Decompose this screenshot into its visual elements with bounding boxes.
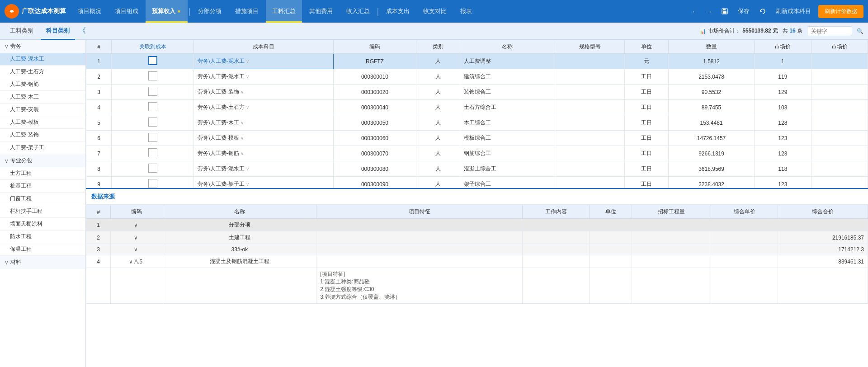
- nav-item-revenue-comparison[interactable]: 收支对比: [417, 0, 453, 23]
- link-checkbox[interactable]: [148, 179, 157, 188]
- table-row[interactable]: 5 劳务\人工费-木工 ∨ 000300050 人 木工综合工 工日 153.4…: [86, 115, 868, 131]
- nav-item-sections[interactable]: 分部分项: [192, 0, 228, 23]
- row4-expand-icon[interactable]: ∨ A.5: [129, 259, 142, 265]
- link-checkbox[interactable]: [148, 164, 157, 173]
- sidebar-header-material[interactable]: ∨ 材料: [0, 256, 85, 269]
- sidebar-item-labor-plaster[interactable]: 人工费-泥水工: [0, 53, 85, 66]
- sec-nav-labor-type[interactable]: 工料类别: [5, 23, 39, 40]
- link-checkbox[interactable]: [148, 71, 157, 80]
- nav-refresh-cost-btn[interactable]: 刷新成本科目: [772, 5, 815, 17]
- table-row[interactable]: 6 劳务\人工费-模板 ∨ 000300060 人 模板综合工 工日 14726…: [86, 131, 868, 146]
- sec-search-icon[interactable]: 🔍: [857, 28, 863, 34]
- lower-cell-name: 土建工程: [163, 231, 316, 244]
- table-row[interactable]: 8 劳务\人工费-泥水工 ∨ 000300080 人 混凝土综合工 工日 361…: [86, 161, 868, 177]
- col-header-quantity: 数量: [668, 40, 754, 54]
- row2-expand-icon[interactable]: ∨: [134, 235, 138, 241]
- nav-item-labor-summary[interactable]: 工料汇总: [266, 0, 302, 23]
- sidebar-item-insulation[interactable]: 保温工程: [0, 243, 85, 256]
- cell-name: 人工费调整: [460, 54, 555, 69]
- sidebar-item-railing[interactable]: 栏杆扶手工程: [0, 205, 85, 218]
- cell-cost-subject[interactable]: 劳务\人工费-泥水工 ∨: [194, 54, 334, 69]
- sidebar-item-waterproof[interactable]: 防水工程: [0, 231, 85, 243]
- cell-link[interactable]: [112, 115, 194, 131]
- lower-table-row-detail3[interactable]: 4 ∨ A.5 混凝土及钢筋混凝土工程 839461.31: [86, 255, 868, 268]
- cell-spec: [555, 131, 625, 146]
- link-checkbox[interactable]: [148, 148, 157, 157]
- link-checkbox[interactable]: [148, 87, 157, 96]
- link-checkbox[interactable]: [148, 133, 157, 142]
- sec-nav-subject-type[interactable]: 科目类别: [41, 23, 75, 40]
- sidebar-item-pile-eng[interactable]: 桩基工程: [0, 180, 85, 193]
- lower-cell-unit-price: [711, 219, 778, 231]
- nav-item-other-fees[interactable]: 其他费用: [303, 0, 339, 23]
- link-checkbox[interactable]: [148, 118, 157, 127]
- nav-undo-btn[interactable]: ←: [689, 6, 700, 17]
- cell-category: 人: [416, 146, 460, 161]
- cell-link[interactable]: [112, 54, 194, 69]
- sec-search-input[interactable]: [807, 26, 852, 36]
- cell-link[interactable]: [112, 69, 194, 85]
- cell-link[interactable]: [112, 85, 194, 100]
- lower-cell-total-price: 839461.31: [778, 255, 868, 268]
- cell-category: 人: [416, 177, 460, 189]
- nav-refresh-price-btn[interactable]: 刷新计价数据: [818, 5, 863, 18]
- nav-item-cost-expenditure[interactable]: 成本支出: [380, 0, 416, 23]
- nav-item-income-summary[interactable]: 收入汇总: [340, 0, 376, 23]
- cell-link[interactable]: [112, 146, 194, 161]
- cell-spec: [555, 177, 625, 189]
- sec-collapse-btn[interactable]: 《: [79, 26, 86, 36]
- table-row[interactable]: 4 劳务\人工费-土石方 ∨ 000300040 人 土石方综合工 工日 89.…: [86, 100, 868, 115]
- lower-table-row-subgroup2[interactable]: 3 ∨ 33#-ok 1714212.3: [86, 244, 868, 255]
- row1-expand-icon[interactable]: ∨: [134, 222, 138, 228]
- sidebar-item-labor-carpenter[interactable]: 人工费-木工: [0, 91, 85, 104]
- sidebar-label-labor: 劳务: [10, 42, 21, 50]
- lower-table-row-subgroup[interactable]: 2 ∨ 土建工程 21916185.37: [86, 231, 868, 244]
- table-row[interactable]: 1 劳务\人工费-泥水工 ∨ RGFTZ 人 人工费调整 元 1.5812 1: [86, 54, 868, 69]
- table-row[interactable]: 7 劳务\人工费-钢筋 ∨ 000300070 人 钢筋综合工 工日 9266.…: [86, 146, 868, 161]
- cell-name: 木工综合工: [460, 115, 555, 131]
- sidebar-header-labor[interactable]: ∨ 劳务: [0, 40, 85, 53]
- cell-link[interactable]: [112, 177, 194, 189]
- sidebar-item-labor-earthwork[interactable]: 人工费-土石方: [0, 66, 85, 78]
- sidebar-item-labor-decoration[interactable]: 人工费-装饰: [0, 129, 85, 141]
- lower-table-row-group[interactable]: 1 ∨ 分部分项: [86, 219, 868, 231]
- lower-cell-unit: [590, 219, 632, 231]
- lower-cell-work: [523, 268, 590, 304]
- nav-save-icon[interactable]: [719, 6, 731, 16]
- nav-redo-btn[interactable]: →: [704, 6, 715, 17]
- table-row[interactable]: 9 劳务\人工费-架子工 ∨ 000300090 人 架子综合工 工日 3238…: [86, 177, 868, 189]
- table-row[interactable]: 3 劳务\人工费-装饰 ∨ 000300020 人 装饰综合工 工日 90.55…: [86, 85, 868, 100]
- link-checkbox[interactable]: [148, 56, 157, 65]
- lower-table-row-detail4[interactable]: [项目特征] 1.混凝土种类:商品砼 2.混凝土强度等级:C30 3.养浇方式综…: [86, 268, 868, 304]
- cell-market-total: [811, 161, 868, 177]
- cell-market-price: 123: [755, 146, 811, 161]
- nav-item-components[interactable]: 项目组成: [108, 0, 145, 23]
- sidebar-item-earthwork-eng[interactable]: 土方工程: [0, 167, 85, 180]
- cell-link[interactable]: [112, 161, 194, 177]
- lower-cell-code: ∨: [110, 231, 163, 244]
- sidebar-item-labor-formwork[interactable]: 人工费-模板: [0, 116, 85, 129]
- table-row[interactable]: 2 劳务\人工费-泥水工 ∨ 000300010 人 建筑综合工 工日 2153…: [86, 69, 868, 85]
- cell-link[interactable]: [112, 100, 194, 115]
- nav-item-reports[interactable]: 报表: [454, 0, 478, 23]
- nav-item-overview[interactable]: 项目概况: [71, 0, 108, 23]
- cell-name: 架子综合工: [460, 177, 555, 189]
- nav-item-measures[interactable]: 措施项目: [229, 0, 265, 23]
- nav-save-btn[interactable]: 保存: [734, 5, 753, 17]
- row3-expand-icon[interactable]: ∨: [134, 246, 138, 253]
- cell-link[interactable]: [112, 131, 194, 146]
- cell-market-price: 119: [755, 69, 811, 85]
- sidebar-item-labor-scaffold[interactable]: 人工费-架子工: [0, 141, 85, 154]
- sidebar-item-labor-install[interactable]: 人工费-安装: [0, 104, 85, 116]
- sidebar-header-subcontract[interactable]: ∨ 专业分包: [0, 154, 85, 167]
- nav-item-budget-income[interactable]: 预算收入 ▼: [146, 0, 188, 23]
- link-checkbox[interactable]: [148, 102, 157, 111]
- sidebar-item-wall-coating[interactable]: 墙面天棚涂料: [0, 218, 85, 231]
- cell-cost-subject: 劳务\人工费-木工 ∨: [194, 115, 334, 131]
- cell-quantity: 2153.0478: [668, 69, 754, 85]
- sidebar-item-door-window[interactable]: 门窗工程: [0, 193, 85, 205]
- lower-col-code: 编码: [110, 205, 163, 219]
- lower-cell-feature: [316, 255, 523, 268]
- sidebar-item-labor-rebar[interactable]: 人工费-钢筋: [0, 78, 85, 91]
- nav-refresh-icon[interactable]: [757, 6, 769, 16]
